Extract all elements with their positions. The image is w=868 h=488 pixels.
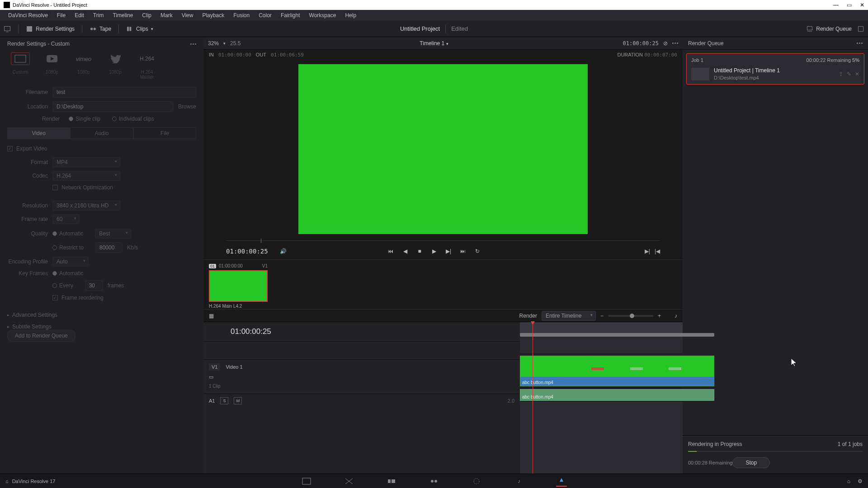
- chevron-down-icon[interactable]: ▾: [446, 42, 448, 46]
- monitor-icon[interactable]: [4, 25, 11, 33]
- menu-clip[interactable]: Clip: [137, 12, 156, 19]
- queue-menu-icon[interactable]: [857, 42, 863, 44]
- fusion-page[interactable]: [429, 476, 439, 487]
- maximize-button[interactable]: ▭: [847, 2, 852, 8]
- speaker-icon[interactable]: 🔊: [280, 248, 287, 254]
- export-video-checkbox[interactable]: ✓Export Video: [7, 145, 196, 152]
- tab-audio[interactable]: Audio: [70, 127, 133, 139]
- viewer-scrubber[interactable]: [226, 239, 660, 243]
- location-input[interactable]: [52, 101, 174, 112]
- step-back-button[interactable]: ◀: [401, 247, 410, 256]
- home-icon[interactable]: ⌂: [5, 479, 9, 484]
- go-end-button[interactable]: ⏭: [458, 247, 467, 256]
- menu-edit[interactable]: Edit: [70, 12, 89, 19]
- mute-button[interactable]: M: [234, 397, 242, 404]
- kf-value-input[interactable]: [85, 280, 103, 291]
- preset-twitter[interactable]: [102, 52, 128, 65]
- audio-meter-icon[interactable]: ♪: [675, 313, 677, 319]
- quality-best-select[interactable]: Best: [95, 229, 131, 239]
- menu-playback[interactable]: Playback: [198, 12, 229, 19]
- menu-trim[interactable]: Trim: [89, 12, 108, 19]
- menu-help[interactable]: Help: [340, 12, 361, 19]
- preset-h264[interactable]: H.264: [134, 52, 160, 65]
- step-forward-button[interactable]: ▶|: [444, 247, 453, 256]
- bitrate-input[interactable]: [95, 242, 123, 253]
- stop-render-button[interactable]: Stop: [732, 457, 770, 468]
- bypass-icon[interactable]: ⊘: [663, 40, 668, 47]
- quality-auto-radio[interactable]: Automatic: [52, 230, 83, 237]
- track-enable-icon[interactable]: ▭: [209, 374, 213, 380]
- v1-track-header[interactable]: V1 Video 1 ▭ 1 Clip: [203, 359, 520, 394]
- zoom-in-button[interactable]: +: [658, 313, 661, 319]
- advanced-settings-disclosure[interactable]: Advanced Settings: [7, 312, 196, 318]
- preset-youtube[interactable]: [39, 52, 65, 65]
- clips-toggle[interactable]: Clips ▾: [126, 25, 153, 33]
- loop-button[interactable]: ↻: [473, 247, 482, 256]
- viewer-menu-icon[interactable]: [672, 42, 678, 44]
- edit-job-icon[interactable]: ✎: [847, 71, 851, 77]
- viewer-timecode[interactable]: 01:00:00:25: [623, 40, 659, 47]
- render-queue-toggle[interactable]: Render Queue: [806, 25, 852, 33]
- stop-button[interactable]: ■: [415, 247, 424, 256]
- media-page[interactable]: [301, 476, 312, 487]
- play-button[interactable]: ▶: [429, 247, 439, 256]
- network-opt-checkbox[interactable]: Network Optimization: [52, 184, 113, 191]
- preset-custom[interactable]: [7, 52, 33, 65]
- menu-davinci[interactable]: DaVinci Resolve: [4, 12, 52, 19]
- solo-button[interactable]: S: [220, 397, 228, 404]
- browse-button[interactable]: Browse: [178, 103, 196, 110]
- resolution-select[interactable]: 3840 x 2160 Ultra HD: [52, 201, 120, 211]
- home-button[interactable]: ⌂: [847, 478, 850, 484]
- kf-auto-radio[interactable]: Automatic: [52, 270, 83, 277]
- framerate-select[interactable]: 60: [52, 214, 80, 224]
- go-start-button[interactable]: ⏮: [386, 247, 395, 256]
- kf-every-radio[interactable]: Every: [52, 282, 73, 289]
- video-clip[interactable]: abc button.mp4: [520, 356, 714, 386]
- menu-view[interactable]: View: [177, 12, 198, 19]
- zoom-slider[interactable]: [608, 315, 653, 317]
- minimize-button[interactable]: —: [833, 2, 839, 8]
- filename-input[interactable]: [52, 87, 196, 98]
- clip-thumbnail[interactable]: 0101:00:00:00V1 H.264 Main L4.2: [209, 263, 268, 305]
- individual-clips-radio[interactable]: Individual clips: [112, 116, 154, 122]
- menu-mark[interactable]: Mark: [156, 12, 177, 19]
- format-select[interactable]: MP4: [52, 157, 120, 167]
- deliver-page[interactable]: [556, 476, 567, 487]
- subtitle-settings-disclosure[interactable]: Subtitle Settings: [7, 324, 196, 330]
- codec-select[interactable]: H.264: [52, 171, 120, 181]
- render-job[interactable]: Job 1 00:00:22 Remaining 5% Untitled Pro…: [686, 53, 864, 84]
- menu-timeline[interactable]: Timeline: [108, 12, 137, 19]
- encoding-profile-select[interactable]: Auto: [52, 257, 89, 267]
- settings-icon[interactable]: ⚙: [858, 478, 863, 484]
- menu-color[interactable]: Color: [254, 12, 276, 19]
- playhead[interactable]: [533, 322, 533, 474]
- remove-job-icon[interactable]: ✕: [855, 71, 859, 77]
- prev-clip-button[interactable]: |◀: [655, 248, 660, 254]
- edit-page[interactable]: [386, 476, 397, 487]
- render-range-select[interactable]: Entire Timeline: [542, 311, 596, 321]
- render-settings-toggle[interactable]: Render Settings: [26, 25, 75, 33]
- audio-clip[interactable]: abc button.mp4: [520, 389, 714, 401]
- remote-render-icon[interactable]: ⇪: [839, 71, 843, 77]
- zoom-level[interactable]: 32%: [208, 40, 219, 47]
- timeline-ruler[interactable]: [520, 322, 683, 336]
- viewer-canvas[interactable]: [298, 64, 588, 234]
- tab-video[interactable]: Video: [7, 127, 70, 139]
- cut-page[interactable]: [344, 476, 354, 487]
- single-clip-radio[interactable]: Single clip: [69, 116, 100, 122]
- panel-menu-icon[interactable]: [190, 43, 196, 45]
- preset-vimeo[interactable]: vimeo: [71, 52, 97, 65]
- tab-file[interactable]: File: [133, 127, 196, 139]
- zoom-out-button[interactable]: −: [600, 313, 604, 319]
- menu-workspace[interactable]: Workspace: [305, 12, 341, 19]
- timeline-view-icon[interactable]: ▦: [209, 313, 214, 319]
- frame-reorder-checkbox[interactable]: ✓Frame reordering: [52, 295, 104, 301]
- close-button[interactable]: ✕: [860, 2, 864, 8]
- expand-icon[interactable]: [857, 25, 864, 33]
- menu-file[interactable]: File: [52, 12, 70, 19]
- a1-track-header[interactable]: A1 S M 2.0: [203, 394, 520, 407]
- tape-toggle[interactable]: Tape: [90, 25, 111, 33]
- next-clip-button[interactable]: ▶|: [645, 248, 650, 254]
- menu-fusion[interactable]: Fusion: [229, 12, 254, 19]
- menu-fairlight[interactable]: Fairlight: [276, 12, 305, 19]
